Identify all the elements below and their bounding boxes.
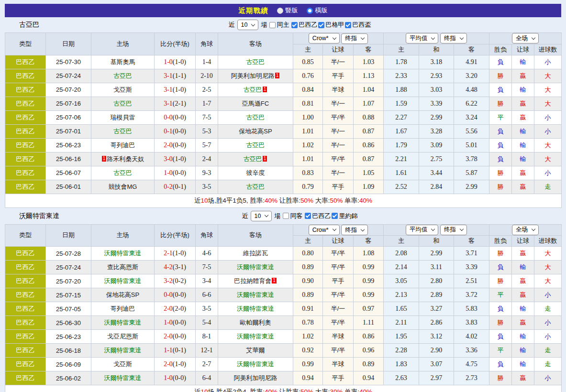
corner-cell: 3-4	[196, 274, 218, 288]
score-cell: 3-1(2-1)	[155, 97, 196, 110]
match-count-select[interactable]: 10	[237, 20, 259, 30]
radio-icon[interactable]	[277, 8, 283, 14]
full-time-score: 1-0	[164, 319, 173, 326]
date-cell: 25-07-06	[46, 110, 91, 124]
final-odds-select2[interactable]: 终指	[440, 33, 467, 44]
team-name-heading: 古亞巴	[19, 21, 39, 29]
final-odds-select2[interactable]: 终指	[440, 225, 467, 235]
same-venue-filter[interactable]: 同主	[269, 21, 289, 29]
odds-home-cell: 0.85	[293, 55, 323, 69]
half-time-score: (0-0)	[173, 114, 186, 121]
avg-home-cell: 3.05	[384, 274, 419, 288]
odds-home-cell: 0.99	[293, 358, 323, 371]
avg-draw-cell: 2.90	[419, 344, 454, 358]
home-team-cell: 1路禾利桑天奴	[91, 152, 155, 166]
score-cell: 2-0(1-0)	[155, 358, 196, 371]
average-select[interactable]: 平均值	[406, 33, 439, 44]
goals-result-cell: 大	[534, 274, 562, 288]
col-header-score: 比分(半场)	[155, 33, 196, 55]
team-name: 古亞巴	[113, 169, 132, 176]
odds-home-cell: 0.89	[293, 261, 323, 274]
corner-cell: 4-6	[196, 247, 218, 261]
handicap-result-cell: 贏	[512, 316, 534, 330]
league-filter[interactable]: 巴格甲	[318, 21, 344, 29]
avg-home-cell: 1.61	[384, 166, 419, 180]
summary-text: 10	[200, 388, 208, 392]
away-team-cell: 古亞巴	[218, 138, 293, 152]
average-select[interactable]: 平均值	[406, 225, 439, 235]
checkbox-checked-icon[interactable]	[345, 22, 351, 28]
half-time-score: (0-0)	[173, 319, 186, 326]
avg-away-cell: 3.39	[454, 261, 489, 274]
away-team-cell: 亞馬遜FC	[218, 97, 293, 110]
bookmaker-select[interactable]: Crow*	[309, 33, 340, 44]
league-filter[interactable]: 巴西盃	[345, 21, 371, 29]
match-row: 巴西乙25-07-16古亞巴3-1(2-1)1-7亞馬遜FC0.81半/一1.0…	[5, 97, 562, 110]
odds-home-cell: 1.01	[293, 152, 323, 166]
corner-cell: 12-1	[196, 344, 218, 358]
handicap-result-cell: 贏	[512, 97, 534, 110]
page: 近期戰績 豎版 橫版 古亞巴 近 10 場 同主 巴西乙巴格甲巴西盃	[0, 0, 566, 392]
league-cell: 巴西乙	[5, 124, 46, 138]
section-bar-team2: 沃爾特雷東達 近 10 場 同客 巴西乙里約錦	[5, 208, 561, 224]
red-card-badge: 1	[263, 87, 267, 92]
chevron-down-icon	[460, 36, 464, 40]
match-row: 巴西乙25-06-23戈亞尼恩斯2-0(0-0)8-1沃爾特雷東達1.02半球0…	[5, 330, 562, 344]
avg-draw-cell: 3.12	[419, 330, 454, 344]
avg-home-cell: 2.52	[384, 180, 419, 194]
final-odds-select[interactable]: 终指	[341, 33, 368, 44]
full-match-select[interactable]: 全场	[512, 225, 539, 235]
league-cell: 巴西乙	[5, 288, 46, 302]
checkbox-checked-icon[interactable]	[318, 22, 324, 28]
avg-away-cell: 5.83	[454, 302, 489, 316]
chevron-down-icon	[332, 35, 336, 39]
corner-cell: 6-6	[196, 288, 218, 302]
score-cell: 0-0(0-0)	[155, 110, 196, 124]
avg-draw-cell: 2.99	[419, 247, 454, 261]
full-match-select[interactable]: 全场	[512, 33, 539, 44]
match-row: 巴西乙25-06-02沃爾特雷東達1-0(0-0)6-4阿美利加明尼路0.94平…	[5, 371, 562, 385]
date-cell: 25-06-23	[46, 138, 91, 152]
unit-label: 場	[274, 212, 280, 220]
layout-radio-vertical[interactable]: 豎版	[277, 6, 298, 15]
away-team-cell: 維拉諾瓦	[218, 247, 293, 261]
checkbox-icon[interactable]	[283, 213, 289, 219]
avg-away-cell: 5.87	[454, 166, 489, 180]
league-filter[interactable]: 里約錦	[332, 212, 357, 220]
date-cell: 25-06-01	[46, 180, 91, 194]
goals-result-cell: 小	[534, 316, 562, 330]
goals-result-cell: 大	[534, 152, 562, 166]
home-team-cell: 哥列迪巴	[91, 138, 155, 152]
checkbox-checked-icon[interactable]	[332, 213, 338, 219]
handicap-result-cell: 贏	[512, 247, 534, 261]
corner-cell: 5-7	[196, 138, 218, 152]
half-time-score: (1-0)	[173, 58, 186, 65]
result-cell: 負	[489, 83, 512, 97]
checkbox-icon[interactable]	[269, 22, 276, 28]
league-cell: 巴西乙	[5, 330, 46, 344]
checkbox-checked-icon[interactable]	[291, 22, 298, 28]
avg-home-cell: 1.95	[384, 330, 419, 344]
league-filter[interactable]: 巴西乙	[291, 21, 317, 29]
same-venue-filter[interactable]: 同客	[283, 212, 302, 220]
chevron-down-icon	[431, 227, 435, 231]
bookmaker-select[interactable]: Crow*	[309, 225, 340, 235]
match-count-select[interactable]: 10	[251, 211, 272, 221]
sub-header-away-odds: 客	[354, 236, 384, 247]
odds-home-cell: 0.89	[293, 288, 323, 302]
odds-away-cell: 1.04	[354, 83, 384, 97]
corner-cell: 6-4	[196, 371, 218, 385]
full-time-score: 4-2	[164, 263, 173, 271]
section-bar-team1: 古亞巴 近 10 場 同主 巴西乙巴格甲巴西盃	[5, 17, 561, 33]
handicap-result-cell: 輸	[512, 138, 534, 152]
checkbox-checked-icon[interactable]	[305, 213, 311, 219]
radio-selected-icon[interactable]	[307, 8, 313, 14]
odds-select-group: Crow* 终指	[293, 33, 384, 44]
final-odds-select[interactable]: 终指	[341, 225, 368, 235]
league-filter[interactable]: 巴西乙	[305, 212, 331, 220]
layout-radio-horizontal[interactable]: 橫版	[307, 6, 328, 15]
corner-cell: 1-4	[196, 55, 218, 69]
handicap-cell: 半/一	[323, 55, 354, 69]
goals-result-cell: 大	[534, 69, 562, 83]
avg-away-cell: 5.56	[454, 124, 489, 138]
